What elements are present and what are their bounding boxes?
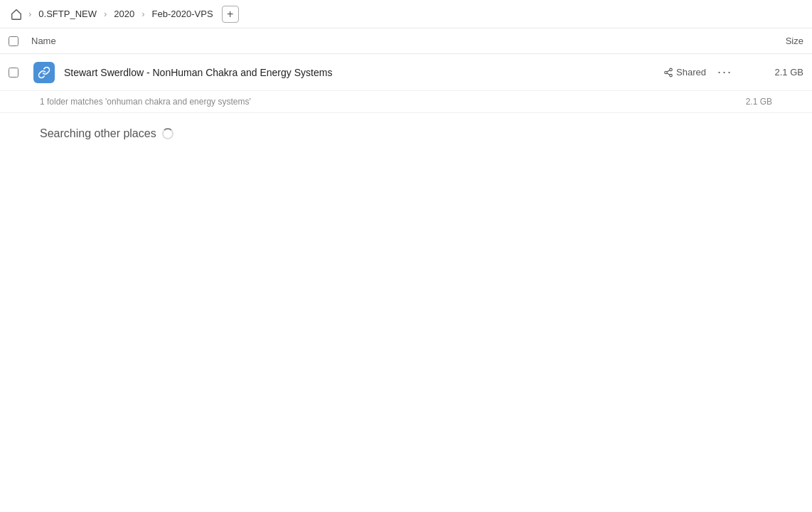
home-button[interactable] [9,6,24,22]
name-column-header: Name [31,36,747,46]
more-options-button[interactable]: ··· [715,62,735,82]
file-checkbox[interactable] [9,68,18,78]
svg-point-1 [665,71,668,74]
file-name: Stewart Swerdlow - NonHuman Chakra and E… [64,67,663,78]
column-header: Name Size [0,28,812,54]
shared-badge: Shared [663,67,706,78]
searching-label: Searching other places [40,127,156,140]
match-info: 1 folder matches 'onhuman chakra and ene… [0,91,812,113]
breadcrumb-separator-2: › [104,9,107,19]
svg-point-0 [670,68,673,71]
file-icon [31,60,57,85]
share-icon [663,68,673,78]
svg-point-2 [670,74,673,77]
loading-spinner [162,128,173,139]
match-size: 2.1 GB [746,97,772,107]
file-actions: Shared ··· [663,62,735,82]
breadcrumb-item-1[interactable]: 2020 [111,7,137,21]
searching-section: Searching other places [0,113,812,154]
link-icon [38,66,50,79]
breadcrumb-item-2[interactable]: Feb-2020-VPS [149,7,216,21]
select-all-checkbox-container[interactable] [9,36,31,46]
add-breadcrumb-button[interactable]: + [222,6,239,23]
svg-line-3 [667,73,670,74]
size-column-header: Size [747,36,803,46]
breadcrumb-item-0[interactable]: 0.SFTP_NEW [36,7,100,21]
match-text: 1 folder matches 'onhuman chakra and ene… [40,97,251,107]
folder-icon-inner [33,62,55,83]
breadcrumb-bar: › 0.SFTP_NEW › 2020 › Feb-2020-VPS + [0,0,812,28]
searching-title: Searching other places [40,127,772,140]
breadcrumb-separator-1: › [28,9,31,19]
select-all-checkbox[interactable] [9,36,18,46]
file-size: 2.1 GB [747,67,803,78]
file-checkbox-container[interactable] [9,68,31,78]
svg-line-4 [667,70,670,71]
shared-label: Shared [676,67,706,78]
breadcrumb-separator-3: › [141,9,144,19]
file-row[interactable]: Stewart Swerdlow - NonHuman Chakra and E… [0,54,812,91]
